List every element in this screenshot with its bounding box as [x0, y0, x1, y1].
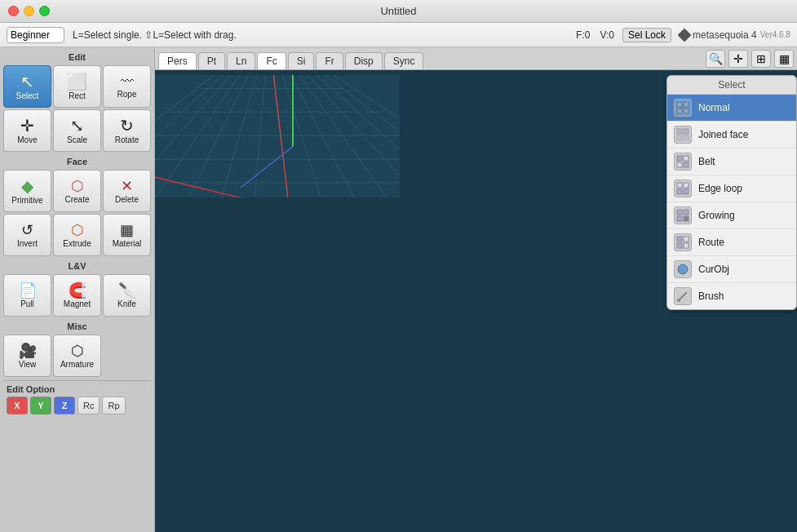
tool-move[interactable]: ✛ Move: [3, 109, 51, 152]
view-icon: 🎥: [19, 344, 37, 358]
tool-rotate[interactable]: ↻ Rotate: [103, 109, 151, 152]
tool-invert[interactable]: ↺ Invert: [3, 214, 51, 256]
close-button[interactable]: [8, 6, 19, 16]
normal-label: Normal: [698, 102, 730, 113]
tab-ln[interactable]: Ln: [227, 52, 255, 69]
select-item-route[interactable]: Route: [667, 229, 796, 256]
rope-icon: 〰: [121, 75, 134, 88]
invert-icon: ↺: [21, 223, 33, 237]
section-face: Face: [3, 157, 151, 166]
logo-icon: [678, 28, 692, 42]
tool-scale[interactable]: ⤡ Scale: [53, 109, 101, 152]
edit-option-section: Edit Option X Y Z Rc Rp: [3, 380, 151, 418]
rect-icon: ⬜: [67, 73, 87, 90]
scale-icon: ⤡: [70, 117, 84, 134]
svg-rect-8: [677, 156, 682, 161]
search-icon[interactable]: 🔍: [706, 50, 725, 68]
move-view-icon[interactable]: ✛: [728, 50, 748, 68]
edge-loop-icon: [674, 180, 692, 197]
pull-label: Pull: [20, 299, 34, 308]
tab-fc[interactable]: Fc: [257, 52, 286, 69]
curobj-label: CurObj: [698, 264, 729, 275]
tab-pers[interactable]: Pers: [158, 52, 197, 69]
create-icon: ⬡: [71, 179, 84, 193]
tool-primitive[interactable]: ◆ Primitive: [3, 170, 51, 212]
section-edit: Edit: [3, 52, 151, 62]
tool-extrude[interactable]: ⬡ Extrude: [53, 214, 101, 256]
select-label: Select: [16, 91, 39, 100]
axis-y-button[interactable]: Y: [30, 397, 51, 415]
section-lv: L&V: [3, 261, 151, 271]
select-item-edge-loop[interactable]: Edge loop: [667, 175, 796, 202]
material-label: Material: [113, 239, 142, 248]
panels-icon[interactable]: ▦: [774, 50, 794, 68]
axis-z-button[interactable]: Z: [54, 397, 75, 415]
select-popup-title: Select: [667, 76, 796, 95]
delete-label: Delete: [115, 195, 139, 204]
grid-view-icon[interactable]: ⊞: [751, 50, 771, 68]
select-item-normal[interactable]: Normal: [667, 95, 796, 122]
window-title: Untitled: [380, 5, 416, 17]
mode-dropdown[interactable]: Beginner Standard: [7, 27, 64, 43]
pull-icon: 📄: [19, 283, 37, 298]
mode-select[interactable]: Beginner Standard: [7, 27, 64, 43]
select-item-curobj[interactable]: CurObj: [667, 256, 796, 283]
tab-disp[interactable]: Disp: [345, 52, 383, 69]
knife-label: Knife: [117, 299, 136, 308]
tool-rope[interactable]: 〰 Rope: [103, 65, 151, 108]
face-tools: ◆ Primitive ⬡ Create ✕ Delete ↺ Invert ⬡…: [3, 170, 151, 256]
coords: F:0 V:0: [576, 29, 614, 41]
tool-material[interactable]: ▦ Material: [103, 214, 151, 256]
svg-rect-15: [684, 189, 689, 194]
tool-create[interactable]: ⬡ Create: [53, 170, 101, 212]
tool-select[interactable]: ↖ Select: [3, 65, 51, 108]
svg-rect-18: [677, 216, 682, 221]
svg-rect-13: [684, 183, 689, 188]
svg-rect-16: [677, 210, 682, 215]
tab-si[interactable]: Si: [288, 52, 315, 69]
tool-pull[interactable]: 📄 Pull: [3, 274, 51, 317]
svg-rect-4: [677, 129, 682, 134]
svg-rect-20: [677, 237, 682, 242]
viewport[interactable]: Pers Pt Ln Fc Si Fr Disp Sync 🔍 ✛ ⊞ ▦ Se…: [155, 47, 797, 532]
brush-label: Brush: [698, 290, 724, 302]
scale-label: Scale: [67, 135, 87, 144]
tab-sync[interactable]: Sync: [384, 52, 424, 69]
select-icon: ↖: [20, 73, 34, 90]
grid-canvas: [155, 75, 400, 197]
rp-button[interactable]: Rp: [102, 397, 125, 415]
maximize-button[interactable]: [39, 6, 50, 16]
move-label: Move: [17, 135, 37, 144]
rc-button[interactable]: Rc: [77, 397, 100, 415]
invert-label: Invert: [17, 239, 38, 248]
tool-delete[interactable]: ✕ Delete: [103, 170, 151, 212]
select-item-brush[interactable]: Brush: [667, 283, 796, 309]
v-coord: V:0: [600, 29, 614, 41]
tool-knife[interactable]: 🔪 Knife: [103, 274, 151, 317]
select-item-joined-face[interactable]: Joined face: [667, 122, 796, 149]
brush-icon: [674, 287, 692, 305]
select-item-belt[interactable]: Belt: [667, 149, 796, 175]
tool-rect[interactable]: ⬜ Rect: [53, 65, 101, 108]
sel-lock-button[interactable]: Sel Lock: [622, 28, 671, 42]
create-label: Create: [64, 195, 89, 204]
magnet-label: Magnet: [64, 299, 91, 308]
titlebar: Untitled: [0, 0, 797, 23]
svg-rect-23: [684, 243, 689, 248]
tab-fr[interactable]: Fr: [316, 52, 343, 69]
svg-rect-12: [677, 183, 682, 188]
select-popup: Select Normal Joined face Belt: [666, 75, 797, 310]
tool-armature[interactable]: ⬡ Armature: [53, 335, 101, 377]
tool-magnet[interactable]: 🧲 Magnet: [53, 274, 101, 317]
select-item-growing[interactable]: Growing: [667, 202, 796, 229]
primitive-icon: ◆: [21, 178, 33, 194]
minimize-button[interactable]: [24, 6, 34, 16]
axis-x-button[interactable]: X: [7, 397, 28, 415]
route-icon: [674, 233, 692, 251]
belt-icon: [674, 153, 692, 171]
edge-loop-label: Edge loop: [698, 183, 742, 194]
knife-icon: 🔪: [118, 283, 136, 298]
svg-rect-14: [677, 189, 682, 194]
tab-pt[interactable]: Pt: [198, 52, 225, 69]
tool-view[interactable]: 🎥 View: [3, 335, 51, 377]
